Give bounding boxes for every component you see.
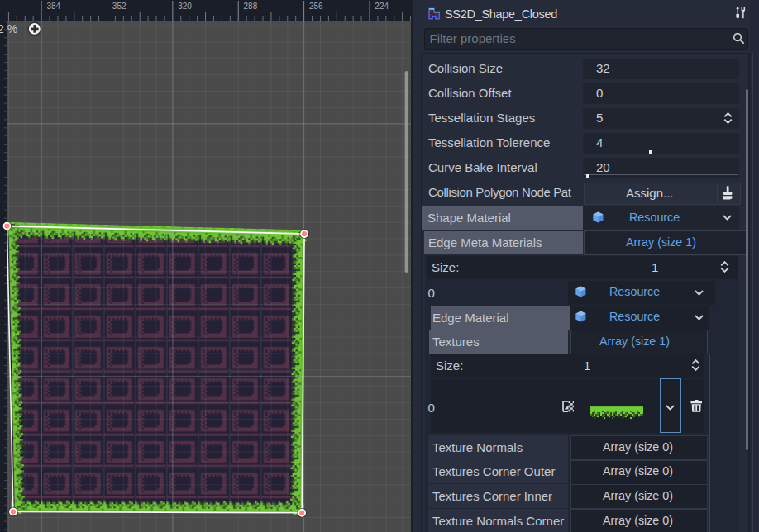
- svg-text:-256: -256: [307, 2, 323, 11]
- svg-text:-384: -384: [44, 2, 60, 11]
- svg-text:2 %: 2 %: [0, 22, 17, 36]
- svg-text:-320: -320: [175, 2, 192, 11]
- svg-text:-224: -224: [372, 2, 389, 11]
- svg-text:-288: -288: [241, 2, 257, 11]
- svg-text:-352: -352: [110, 2, 126, 11]
